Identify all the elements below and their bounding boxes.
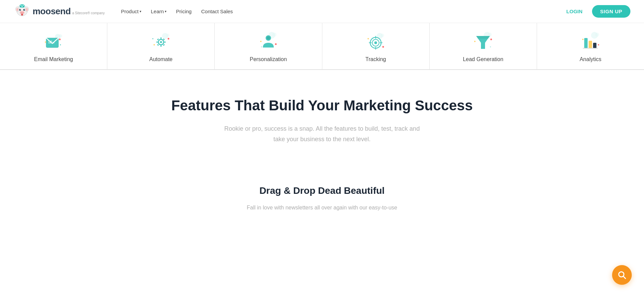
email-marketing-label: Email Marketing: [34, 56, 73, 62]
hero-title: Features That Build Your Marketing Succe…: [14, 97, 630, 114]
svg-point-14: [21, 14, 23, 16]
svg-point-70: [598, 44, 599, 45]
navbar-right: LOGIN SIGN UP: [562, 5, 630, 18]
svg-point-7: [20, 9, 21, 10]
svg-point-62: [490, 47, 491, 48]
svg-point-21: [45, 41, 46, 43]
svg-point-37: [152, 38, 153, 39]
svg-point-4: [26, 8, 28, 11]
nav-contact-sales[interactable]: Contact Sales: [197, 6, 237, 17]
logo-text: moosend a Sitecore® company: [33, 6, 105, 17]
feature-analytics[interactable]: Analytics: [537, 23, 644, 69]
chevron-down-icon: ▾: [140, 10, 141, 13]
svg-point-5: [19, 9, 21, 11]
svg-point-16: [59, 34, 62, 38]
section2-title: Drag & Drop Dead Beautiful: [14, 185, 630, 196]
section2-subtitle: Fall in love with newsletters all over a…: [237, 203, 407, 212]
analytics-label: Analytics: [579, 56, 601, 62]
svg-point-61: [490, 39, 492, 40]
lead-generation-label: Lead Generation: [463, 56, 503, 62]
analytics-icon: [579, 31, 601, 53]
svg-point-10: [21, 12, 22, 13]
chevron-down-icon: ▾: [165, 10, 166, 13]
nav-links: Product ▾ Learn ▾ Pricing Contact Sales: [117, 6, 237, 17]
svg-point-6: [23, 9, 25, 11]
feature-lead-generation[interactable]: Lead Generation: [430, 23, 537, 69]
logo[interactable]: moosend a Sitecore® company: [14, 3, 105, 20]
hero-section: Features That Build Your Marketing Succe…: [0, 70, 644, 165]
svg-point-22: [60, 44, 61, 45]
tracking-label: Tracking: [365, 56, 386, 62]
svg-point-49: [374, 41, 377, 44]
automate-label: Automate: [149, 56, 173, 62]
svg-rect-29: [156, 42, 158, 43]
svg-rect-33: [157, 44, 159, 46]
features-bar: Email Marketing: [0, 23, 644, 70]
feature-email-marketing[interactable]: Email Marketing: [0, 23, 107, 69]
svg-rect-66: [589, 41, 592, 48]
section2: Drag & Drop Dead Beautiful Fall in love …: [0, 165, 644, 219]
svg-point-55: [382, 46, 384, 48]
brand-name: moosend: [33, 6, 71, 16]
svg-point-8: [24, 9, 25, 10]
brand-tagline: a Sitecore® company: [72, 11, 105, 15]
svg-rect-30: [164, 42, 166, 43]
svg-point-60: [474, 41, 476, 42]
navbar: moosend a Sitecore® company Product ▾ Le…: [0, 0, 644, 23]
svg-point-69: [582, 39, 584, 40]
email-marketing-icon: [43, 31, 65, 53]
svg-point-41: [267, 36, 270, 40]
automate-icon: [150, 31, 172, 53]
svg-point-13: [20, 11, 21, 12]
nav-product[interactable]: Product ▾: [117, 6, 145, 17]
feature-personalization[interactable]: Personalization: [215, 23, 322, 69]
moosend-cow-icon: [14, 3, 31, 20]
svg-point-24: [166, 34, 169, 37]
login-button[interactable]: LOGIN: [562, 6, 587, 17]
nav-pricing[interactable]: Pricing: [172, 6, 196, 17]
lead-generation-icon: [472, 31, 494, 53]
svg-point-42: [260, 41, 262, 42]
svg-rect-18: [48, 41, 52, 42]
svg-rect-19: [48, 42, 54, 43]
svg-point-64: [595, 33, 599, 37]
svg-point-3: [16, 8, 18, 11]
signup-button[interactable]: SIGN UP: [592, 5, 630, 18]
tracking-icon: [365, 31, 387, 53]
svg-point-46: [381, 34, 384, 37]
feature-automate[interactable]: Automate: [107, 23, 215, 69]
svg-point-36: [167, 38, 169, 40]
svg-point-54: [368, 38, 369, 39]
navbar-left: moosend a Sitecore® company Product ▾ Le…: [14, 3, 237, 20]
nav-learn[interactable]: Learn ▾: [147, 6, 171, 17]
svg-point-26: [160, 41, 162, 43]
svg-point-20: [59, 39, 60, 40]
svg-point-43: [275, 43, 276, 45]
svg-point-35: [154, 44, 155, 45]
svg-point-39: [272, 33, 276, 37]
feature-tracking[interactable]: Tracking: [322, 23, 430, 69]
svg-point-11: [22, 12, 23, 13]
personalization-label: Personalization: [250, 56, 287, 62]
svg-rect-27: [160, 37, 161, 39]
svg-rect-28: [160, 45, 161, 47]
personalization-icon: [257, 31, 279, 53]
svg-rect-65: [584, 38, 588, 48]
hero-subtitle: Rookie or pro, success is a snap. All th…: [220, 124, 424, 144]
svg-rect-67: [593, 43, 596, 48]
svg-point-44: [261, 47, 262, 48]
svg-marker-59: [476, 36, 490, 39]
